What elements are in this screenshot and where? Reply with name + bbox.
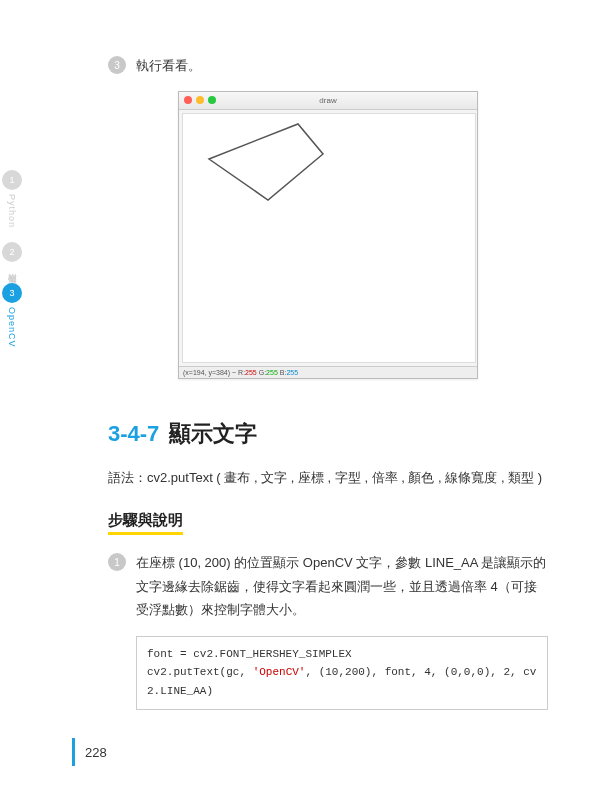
syntax-line: 語法：cv2.putText ( 畫布 , 文字 , 座標 , 字型 , 倍率 …: [108, 467, 548, 489]
code-string-literal: 'OpenCV': [253, 666, 306, 678]
step-row: 3 執行看看。: [108, 54, 548, 77]
screenshot-window: draw (x=194, y=384) ~ R:255 G:255 B:255: [178, 91, 478, 379]
syntax-code: cv2.putText ( 畫布 , 文字 , 座標 , 字型 , 倍率 , 顏…: [147, 470, 542, 485]
status-g-label: G:: [259, 369, 266, 376]
window-traffic-lights: [184, 96, 216, 104]
page-number: 228: [85, 745, 107, 760]
tab-raspberry-label: 樹莓派: [6, 266, 19, 269]
page-footer: 228: [72, 738, 107, 766]
code-block: font = cv2.FONT_HERSHEY_SIMPLEX cv2.putT…: [136, 636, 548, 710]
tab-python[interactable]: 1: [2, 170, 22, 190]
status-r-value: 255: [245, 369, 257, 376]
status-g-value: 255: [266, 369, 278, 376]
close-icon[interactable]: [184, 96, 192, 104]
step-number-badge: 3: [108, 56, 126, 74]
step-number-badge: 1: [108, 553, 126, 571]
window-titlebar: draw: [179, 92, 477, 110]
status-b-value: 255: [286, 369, 298, 376]
step-text: 在座標 (10, 200) 的位置顯示 OpenCV 文字，參數 LINE_AA…: [136, 551, 548, 621]
tab-opencv[interactable]: 3: [2, 283, 22, 303]
page-accent-bar: [72, 738, 75, 766]
section-number: 3-4-7: [108, 421, 159, 447]
tab-opencv-label: OpenCV: [7, 307, 17, 348]
polygon-drawing: [183, 114, 477, 364]
canvas-area: [182, 113, 476, 363]
polygon-shape: [209, 124, 323, 200]
minimize-icon[interactable]: [196, 96, 204, 104]
tab-raspberry[interactable]: 2: [2, 242, 22, 262]
step-row: 1 在座標 (10, 200) 的位置顯示 OpenCV 文字，參數 LINE_…: [108, 551, 548, 621]
maximize-icon[interactable]: [208, 96, 216, 104]
syntax-prefix: 語法：: [108, 470, 147, 485]
page-content: 3 執行看看。 draw (x=194, y=384) ~ R:255 G:25…: [108, 54, 548, 710]
status-coords: (x=194, y=384) ~: [183, 369, 238, 376]
chapter-tabs-sidebar: 1 Python 2 樹莓派 3 OpenCV: [0, 170, 24, 362]
window-title: draw: [319, 96, 336, 105]
tab-python-label: Python: [7, 194, 17, 228]
status-bar: (x=194, y=384) ~ R:255 G:255 B:255: [179, 366, 477, 378]
code-line-part: cv2.putText(gc,: [147, 666, 253, 678]
step-text: 執行看看。: [136, 54, 548, 77]
section-heading: 3-4-7 顯示文字: [108, 419, 548, 449]
section-title: 顯示文字: [169, 419, 257, 449]
code-line: font = cv2.FONT_HERSHEY_SIMPLEX: [147, 648, 352, 660]
steps-heading-wrap: 步驟與說明: [108, 511, 548, 551]
steps-heading: 步驟與說明: [108, 511, 183, 535]
